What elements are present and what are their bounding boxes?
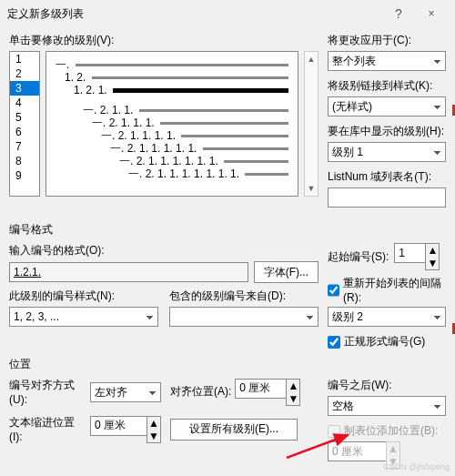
start-at-label: 起始编号(S): <box>328 249 389 265</box>
apply-to-label: 将更改应用于(C): <box>328 33 446 48</box>
font-button[interactable]: 字体(F)... <box>254 261 318 283</box>
number-after-label: 编号之后(W): <box>328 378 446 393</box>
indent-spinner[interactable]: ▲▼ <box>147 416 161 443</box>
level-item[interactable]: 1 <box>10 52 39 66</box>
number-style-label: 此级别的编号样式(N): <box>9 289 158 304</box>
scroll-up-icon[interactable]: ▲ <box>305 52 318 66</box>
aligned-at-label: 对齐位置(A): <box>170 384 231 400</box>
start-at-input[interactable] <box>394 243 425 263</box>
legal-checkbox[interactable] <box>328 336 340 349</box>
gallery-level-label: 要在库中显示的级别(H): <box>328 124 446 139</box>
tab-stop-checkbox <box>328 425 340 438</box>
start-at-spinner[interactable]: ▲▼ <box>425 243 440 270</box>
restart-level-select[interactable]: 级别 2 <box>328 307 446 327</box>
window-title: 定义新多级列表 <box>7 6 382 22</box>
level-item[interactable]: 9 <box>10 168 39 183</box>
watermark: CSDN @jishipeng <box>383 462 450 471</box>
level-item[interactable]: 4 <box>10 96 39 110</box>
level-item[interactable]: 3 <box>10 81 39 96</box>
include-from-label: 包含的级别编号来自(D): <box>169 289 318 304</box>
legal-label: 正规形式编号(G) <box>344 334 425 349</box>
include-from-select[interactable] <box>169 307 318 327</box>
align-label: 编号对齐方式(U): <box>9 378 86 406</box>
position-section-title: 位置 <box>9 357 446 372</box>
indent-label: 文本缩进位置(I): <box>9 415 86 443</box>
number-format-input[interactable] <box>9 262 248 282</box>
link-style-select[interactable]: (无样式) <box>328 96 446 116</box>
preview-scrollbar[interactable]: ▲ ▼ <box>304 51 318 197</box>
level-item[interactable]: 8 <box>10 154 39 168</box>
number-format-label: 输入编号的格式(O): <box>9 243 318 258</box>
restart-label: 重新开始列表的间隔(R): <box>343 276 446 304</box>
scroll-down-icon[interactable]: ▼ <box>305 181 318 196</box>
align-select[interactable]: 左对齐 <box>90 382 161 402</box>
close-button[interactable]: × <box>415 0 448 27</box>
help-button[interactable]: ? <box>382 0 415 27</box>
level-label: 单击要修改的级别(V): <box>9 33 318 48</box>
apply-to-select[interactable]: 整个列表 <box>328 51 446 71</box>
listnum-label: ListNum 域列表名(T): <box>328 169 446 185</box>
number-after-select[interactable]: 空格 <box>328 396 446 416</box>
aligned-at-input[interactable] <box>235 379 286 399</box>
number-style-select[interactable]: 1, 2, 3, ... <box>9 307 158 327</box>
gallery-level-select[interactable]: 级别 1 <box>328 142 446 162</box>
level-item[interactable]: 2 <box>10 66 39 81</box>
restart-checkbox[interactable] <box>328 284 339 297</box>
format-section-title: 编号格式 <box>9 222 446 238</box>
tab-stop-label: 制表位添加位置(B): <box>344 423 438 439</box>
level-item[interactable]: 7 <box>10 139 39 154</box>
link-style-label: 将级别链接到样式(K): <box>328 78 446 94</box>
level-item[interactable]: 6 <box>10 125 39 139</box>
preview-pane: 一. 1. 2. 1. 2. 1. 一. 2. 1. 1. 一. 2. 1. 1… <box>46 51 298 197</box>
aligned-at-spinner[interactable]: ▲▼ <box>286 379 300 406</box>
level-item[interactable]: 5 <box>10 110 39 125</box>
listnum-input[interactable] <box>328 187 446 208</box>
indent-input[interactable] <box>90 416 147 436</box>
tab-stop-input <box>328 441 386 461</box>
set-all-levels-button[interactable]: 设置所有级别(E)... <box>170 419 298 441</box>
level-listbox[interactable]: 123456789 <box>9 51 40 197</box>
